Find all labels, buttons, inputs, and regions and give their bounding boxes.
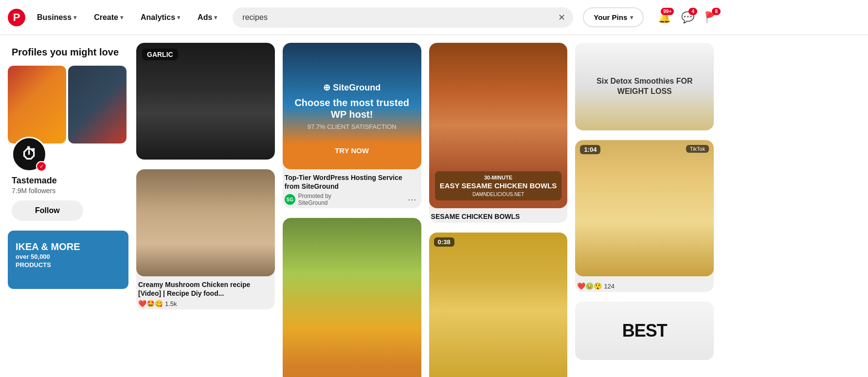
pin-image-garlic: GARLIC [136,43,275,160]
bell-badge: 99+ [661,8,674,15]
sesame-badge: 30-MINUTE EASY SESAME CHICKEN BOWLS DAMN… [435,171,562,200]
create-chevron-icon: ▾ [120,14,123,21]
your-pins-chevron-icon: ▾ [630,14,633,21]
pin-title-mushroom: Creamy Mushroom Chicken recipe [Video] |… [138,280,273,298]
smoothies-title: Six Detox Smoothies FOR WEIGHT LOSS [580,76,709,97]
header: P Business ▾ Create ▾ Analytics ▾ Ads ▾ … [0,0,868,35]
flag-notification-button[interactable]: 🚩 8 [700,7,722,28]
pin-item-mushroom[interactable]: Creamy Mushroom Chicken recipe [Video] |… [136,169,275,309]
siteground-title: Choose the most trusted WP host! [292,97,412,120]
siteground-subtitle: 97.7% CLIENT SATISFACTION [307,123,397,130]
bell-notification-button[interactable]: 🔔 99+ [653,7,675,28]
your-pins-button[interactable]: Your Pins ▾ [583,7,644,27]
reaction-count-mushroom: 1.5k [165,300,177,307]
pin-reactions-tiktok: ❤️🤢😲 124 [577,282,712,290]
second-profile-preview[interactable]: IKEA & MORE over 50,000PRODUCTS [8,231,128,289]
reaction-emojis-mushroom: ❤️🤩😋 [138,300,163,307]
pin-image-smoothies: Six Detox Smoothies FOR WEIGHT LOSS [575,43,714,130]
pin-grid: GARLIC Creamy Mushroom Chicken recipe [V… [136,35,868,377]
pin-image-best: BEST [575,302,714,360]
follow-button[interactable]: Follow [12,200,83,221]
pin-duration-cheesy: 0:38 [434,237,454,247]
business-label: Business [37,13,72,22]
pin-label-garlic: GARLIC [142,49,178,60]
pin-info-tiktok: ❤️🤢😲 124 [575,276,714,292]
business-chevron-icon: ▾ [73,14,76,21]
chat-badge: 4 [688,8,697,15]
pin-item-sesame[interactable]: 30-MINUTE EASY SESAME CHICKEN BOWLS DAMN… [429,43,568,223]
pin-duration-tiktok: 1:04 [580,145,600,154]
best-text: BEST [622,321,667,341]
promoted-by-label: Promoted by [298,193,331,199]
promoter-avatar: SG [285,194,295,205]
pin-image-siteground: ⊕ SiteGround Choose the most trusted WP … [283,43,421,169]
search-clear-button[interactable]: ✕ [558,12,565,23]
sidebar: Profiles you might love ⏱ ✓ Tastemade 7.… [0,35,136,377]
ads-nav-button[interactable]: Ads ▾ [192,9,223,26]
pin-item-smoothies[interactable]: Six Detox Smoothies FOR WEIGHT LOSS [575,43,714,130]
pin-item-garlic[interactable]: GARLIC [136,43,275,160]
pin-image-salmon [283,218,421,377]
analytics-label: Analytics [141,13,175,22]
sidebar-section-title: Profiles you might love [8,47,128,58]
pin-info-siteground: Top-Tier WordPress Hosting Service from … [283,169,421,208]
pin-reactions-mushroom: ❤️🤩😋 1.5k [138,300,273,307]
profile-card-tastemade: ⏱ ✓ Tastemade 7.9M followers Follow [8,66,128,221]
business-nav-button[interactable]: Business ▾ [31,9,82,26]
pin-item-tiktok[interactable]: 1:04 TikTok ❤️🤢😲 124 [575,140,714,292]
pin-info-mushroom: Creamy Mushroom Chicken recipe [Video] |… [136,276,275,309]
pin-image-sesame: 30-MINUTE EASY SESAME CHICKEN BOWLS DAMN… [429,43,568,208]
create-label: Create [94,13,118,22]
reaction-emojis-tiktok: ❤️🤢😲 [577,282,602,290]
pin-item-siteground[interactable]: ⊕ SiteGround Choose the most trusted WP … [283,43,421,208]
flag-badge: 8 [712,8,721,15]
profile-preview-image-1 [8,66,66,144]
profile-preview-image-2 [68,66,127,144]
pin-item-cheesy[interactable]: 0:38 [429,233,568,377]
chat-notification-button[interactable]: 💬 4 [677,7,698,28]
ads-chevron-icon: ▾ [214,14,217,21]
pinterest-logo[interactable]: P [8,9,25,26]
search-input[interactable] [233,7,573,28]
profile-avatar-wrap: ⏱ ✓ [12,137,47,172]
pin-image-tiktok: 1:04 TikTok [575,140,714,276]
pin-title-siteground: Top-Tier WordPress Hosting Service from … [285,173,419,191]
pin-info-sesame: SESAME CHICKEN BOWLS [429,208,568,223]
siteground-logo: ⊕ SiteGround [323,82,380,93]
notification-area: 🔔 99+ 💬 4 🚩 8 [653,7,722,28]
analytics-chevron-icon: ▾ [177,14,180,21]
pin-item-best[interactable]: BEST [575,302,714,360]
promoter-name: SiteGround [298,199,331,206]
profile-name: Tastemade [12,176,57,186]
verified-badge: ✓ [36,161,47,172]
profile-followers-count: 7.9M followers [12,187,55,195]
main-content: Profiles you might love ⏱ ✓ Tastemade 7.… [0,0,868,377]
ads-label: Ads [198,13,212,22]
more-options-button[interactable]: ⋯ [405,193,419,206]
pin-promoted-row: SG Promoted by SiteGround ⋯ [285,193,419,206]
your-pins-label: Your Pins [594,13,627,21]
pin-item-salmon[interactable]: Baked Salmon in Foil with Asparagus and … [283,218,421,377]
pin-image-cheesy: 0:38 [429,233,568,377]
pin-image-mushroom [136,169,275,276]
create-nav-button[interactable]: Create ▾ [88,9,129,26]
siteground-try-button[interactable]: TRY NOW [321,142,382,160]
tiktok-watermark: TikTok [686,145,709,153]
ikea-promo-text: IKEA & MORE over 50,000PRODUCTS [16,240,80,269]
reaction-count-tiktok: 124 [604,283,615,290]
pin-title-sesame: SESAME CHICKEN BOWLS [431,212,566,221]
search-bar: ✕ [233,7,573,28]
profile-images-row [8,66,128,144]
analytics-nav-button[interactable]: Analytics ▾ [135,9,186,26]
